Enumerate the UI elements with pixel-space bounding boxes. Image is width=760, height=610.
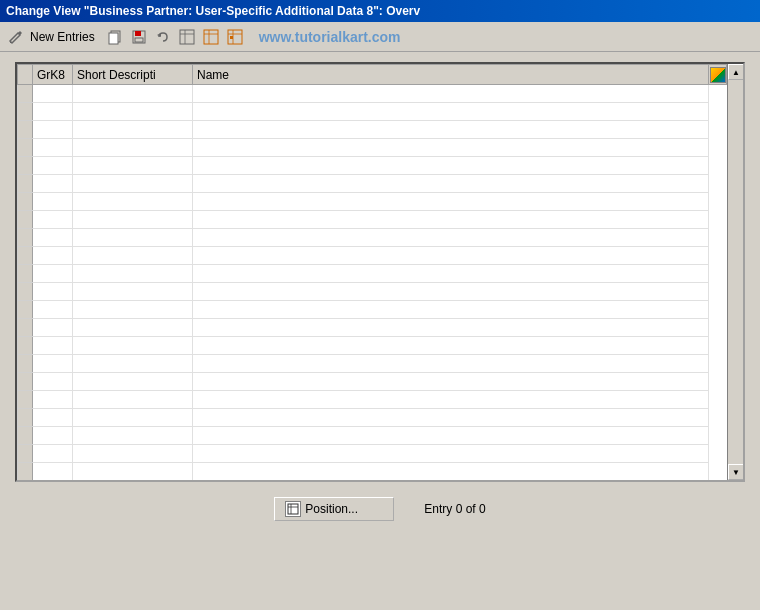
- name-cell: [193, 409, 709, 427]
- row-selector-cell[interactable]: [18, 319, 33, 337]
- grk8-cell: [33, 211, 73, 229]
- table-row[interactable]: [18, 139, 727, 157]
- new-entries-button[interactable]: New Entries: [30, 30, 95, 44]
- grk8-cell: [33, 247, 73, 265]
- grk8-cell: [33, 409, 73, 427]
- table-row[interactable]: [18, 373, 727, 391]
- row-selector-cell[interactable]: [18, 103, 33, 121]
- table-row[interactable]: [18, 427, 727, 445]
- row-selector-cell[interactable]: [18, 157, 33, 175]
- svg-rect-16: [288, 504, 298, 514]
- table-settings-header[interactable]: [709, 65, 727, 85]
- name-cell: [193, 391, 709, 409]
- table-row[interactable]: [18, 391, 727, 409]
- grk8-cell: [33, 121, 73, 139]
- row-selector-cell[interactable]: [18, 283, 33, 301]
- name-cell: [193, 103, 709, 121]
- row-selector-cell[interactable]: [18, 211, 33, 229]
- table-view-icon-1[interactable]: [177, 27, 197, 47]
- table-row[interactable]: [18, 193, 727, 211]
- name-cell: [193, 355, 709, 373]
- short-desc-cell: [73, 319, 193, 337]
- table-row[interactable]: [18, 337, 727, 355]
- grk8-cell: [33, 157, 73, 175]
- short-desc-cell: [73, 427, 193, 445]
- vertical-scrollbar: ▲ ▼: [727, 64, 743, 480]
- row-selector-cell[interactable]: [18, 247, 33, 265]
- table-row[interactable]: [18, 247, 727, 265]
- table-row[interactable]: [18, 85, 727, 103]
- table-row[interactable]: [18, 409, 727, 427]
- name-cell: [193, 175, 709, 193]
- short-desc-cell: [73, 193, 193, 211]
- row-selector-cell[interactable]: [18, 463, 33, 481]
- table-row[interactable]: [18, 319, 727, 337]
- data-table-container: GrK8 Short Descripti Name: [15, 62, 745, 482]
- name-cell: [193, 247, 709, 265]
- watermark-text: www.tutorialkart.com: [259, 29, 401, 45]
- grk8-cell: [33, 337, 73, 355]
- name-cell: [193, 319, 709, 337]
- table-view-icon-3[interactable]: [225, 27, 245, 47]
- row-selector-cell[interactable]: [18, 373, 33, 391]
- name-cell: [193, 283, 709, 301]
- table-row[interactable]: [18, 229, 727, 247]
- short-desc-cell: [73, 121, 193, 139]
- short-desc-cell: [73, 463, 193, 481]
- copy-icon[interactable]: [105, 27, 125, 47]
- position-button-label: Position...: [305, 502, 358, 516]
- row-selector-cell[interactable]: [18, 229, 33, 247]
- svg-rect-4: [135, 38, 143, 42]
- row-selector-cell[interactable]: [18, 409, 33, 427]
- row-selector-cell[interactable]: [18, 337, 33, 355]
- table-row[interactable]: [18, 355, 727, 373]
- row-selector-cell[interactable]: [18, 175, 33, 193]
- table-row[interactable]: [18, 301, 727, 319]
- name-cell: [193, 157, 709, 175]
- save-icon[interactable]: [129, 27, 149, 47]
- name-cell: [193, 445, 709, 463]
- data-table: GrK8 Short Descripti Name: [17, 64, 727, 480]
- row-selector-cell[interactable]: [18, 427, 33, 445]
- table-view-icon-2[interactable]: [201, 27, 221, 47]
- row-selector-cell[interactable]: [18, 391, 33, 409]
- row-selector-cell[interactable]: [18, 301, 33, 319]
- short-desc-cell: [73, 355, 193, 373]
- name-cell: [193, 427, 709, 445]
- table-row[interactable]: [18, 103, 727, 121]
- table-row[interactable]: [18, 283, 727, 301]
- undo-icon[interactable]: [153, 27, 173, 47]
- grk8-cell: [33, 391, 73, 409]
- scroll-track-vertical: [728, 80, 743, 464]
- name-cell: [193, 121, 709, 139]
- table-row[interactable]: [18, 121, 727, 139]
- short-desc-cell: [73, 373, 193, 391]
- position-button[interactable]: Position...: [274, 497, 394, 521]
- row-selector-cell[interactable]: [18, 139, 33, 157]
- row-selector-cell[interactable]: [18, 121, 33, 139]
- scroll-down-button[interactable]: ▼: [728, 464, 744, 480]
- table-row[interactable]: [18, 211, 727, 229]
- name-cell: [193, 229, 709, 247]
- row-selector-cell[interactable]: [18, 265, 33, 283]
- table-row[interactable]: [18, 265, 727, 283]
- name-cell: [193, 85, 709, 103]
- short-desc-cell: [73, 409, 193, 427]
- short-desc-cell: [73, 211, 193, 229]
- short-desc-cell: [73, 85, 193, 103]
- row-selector-cell[interactable]: [18, 193, 33, 211]
- short-desc-cell: [73, 157, 193, 175]
- row-selector-cell[interactable]: [18, 355, 33, 373]
- svg-rect-1: [109, 33, 118, 44]
- table-row[interactable]: [18, 175, 727, 193]
- table-row[interactable]: [18, 445, 727, 463]
- table-row[interactable]: [18, 463, 727, 481]
- scroll-up-button[interactable]: ▲: [728, 64, 744, 80]
- table-row[interactable]: [18, 157, 727, 175]
- name-cell: [193, 211, 709, 229]
- edit-icon[interactable]: [6, 27, 26, 47]
- row-selector-cell[interactable]: [18, 445, 33, 463]
- svg-rect-6: [180, 30, 194, 44]
- row-selector-cell[interactable]: [18, 85, 33, 103]
- name-cell: [193, 373, 709, 391]
